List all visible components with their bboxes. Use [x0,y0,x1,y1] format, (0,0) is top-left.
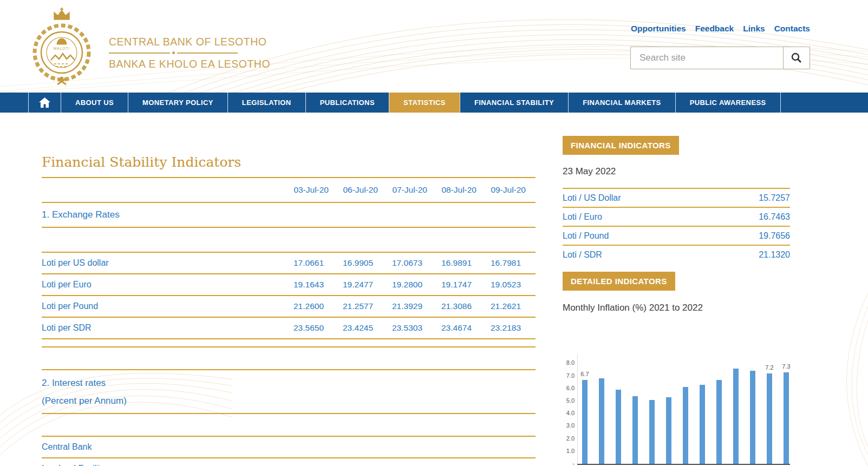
cell-value: 23.4245 [338,323,388,333]
chart-y-tick: 5.0 [563,397,575,404]
indicators-table: Loti / US Dollar15.7257Loti / Euro16.746… [563,188,790,264]
cell-value: 19.2800 [388,280,437,290]
inflation-bar [784,372,789,464]
inflation-bar [582,380,588,464]
inflation-bar [733,369,739,464]
fsi-table: 03-Jul-2006-Jul-2007-Jul-2008-Jul-2009-J… [42,177,536,466]
nav-item-legislation[interactable]: LEGISLATION [227,93,305,113]
financial-indicators-heading: FINANCIAL INDICATORS [563,136,679,155]
nav-item-financial-stability[interactable]: FINANCIAL STABILITY [460,93,568,113]
indicator-label: Loti / US Dollar [563,193,621,203]
table-row: Lombard Facility7.477.477.477.477.47 [42,457,536,466]
central-bank-logo: MALOTI [28,6,96,89]
cell-value: 21.3929 [388,301,437,311]
inflation-bar [599,378,604,464]
topbar-link-opportunities[interactable]: Opportunities [631,24,686,34]
table-row [42,346,536,369]
date-column-header: 06-Jul-20 [338,185,388,195]
inflation-chart: 8.07.06.05.04.03.02.01.0-6.77.27.3 [563,342,790,466]
nav-item-publications[interactable]: PUBLICATIONS [305,93,389,113]
row-label: Loti per Pound [42,301,289,311]
table-row [42,227,536,252]
home-icon [39,97,50,108]
bank-crest-icon: MALOTI [28,6,96,87]
cell-value: 7.47 [338,464,388,466]
cell-value: 16.9905 [338,258,388,268]
search-button[interactable] [783,47,810,69]
table-row: Central Bank [42,436,536,457]
cell-value: 19.1747 [437,280,486,290]
chart-y-tick: 1.0 [563,448,575,454]
chart-y-tick: 8.0 [563,359,575,366]
row-label: Central Bank [42,442,536,452]
table-row [42,338,536,346]
row-label: 2. Interest rates(Percent per Annum) [42,374,536,410]
cell-value: 17.0661 [289,258,338,268]
cell-value: 19.1643 [289,280,338,290]
nav-item-financial-markets[interactable]: FINANCIAL MARKETS [568,93,675,113]
indicator-row: Loti / US Dollar15.7257 [563,188,790,207]
inflation-bar [716,380,722,464]
bar-data-label: 6.7 [578,371,592,377]
row-label: Lombard Facility [42,464,289,466]
topbar-link-feedback[interactable]: Feedback [695,24,734,34]
cell-value: 19.0523 [486,280,536,290]
page: MALOTI CENTRAL BANK OF LESOTHO BANKA E K… [0,0,868,466]
inflation-bar [616,390,621,464]
cell-value: 21.3086 [437,301,486,311]
cell-value: 7.47 [437,464,486,466]
cell-value: 7.47 [289,464,338,466]
table-row: Loti per SDR23.565023.424523.530323.4674… [42,317,536,338]
decorative-waves-bottom-right [808,293,868,466]
nav-item-home[interactable] [28,93,61,113]
page-title: Financial Stability Indicators [42,153,536,172]
indicator-row: Loti / Euro16.7463 [563,207,790,226]
topbar-link-links[interactable]: Links [743,24,765,34]
nav-item-public-awareness[interactable]: PUBLIC AWARENESS [675,93,780,113]
search-box [630,47,810,69]
cell-value: 16.7981 [486,258,536,268]
indicator-value: 15.7257 [759,193,790,203]
nav-item-monetary-policy[interactable]: MONETARY POLICY [128,93,227,113]
topbar-links: OpportunitiesFeedbackLinksContacts [631,24,810,34]
search-input[interactable] [631,47,783,69]
table-row: 03-Jul-2006-Jul-2007-Jul-2008-Jul-2009-J… [42,177,536,202]
row-label: Loti per SDR [42,323,289,333]
indicator-label: Loti / Pound [563,231,609,241]
date-column-header: 03-Jul-20 [289,185,338,195]
wordmark-divider [109,51,238,54]
table-row: Loti per Pound21.260021.257721.392921.30… [42,295,536,317]
inflation-bar [632,396,638,464]
indicator-value: 19.7656 [759,231,790,241]
main-content: Financial Stability Indicators 03-Jul-20… [42,153,536,466]
chart-x-axis [577,464,790,465]
cell-value: 7.47 [486,464,536,466]
bar-data-label: 7.2 [762,364,776,371]
indicator-row: Loti / Pound19.7656 [563,226,790,245]
table-row [42,413,536,436]
cell-value: 23.5303 [388,323,437,333]
chart-y-tick: 7.0 [563,372,575,379]
topbar-link-contacts[interactable]: Contacts [774,24,810,34]
chart-y-tick: - [563,460,575,466]
cell-value: 16.9891 [437,258,486,268]
cell-value: 21.2600 [289,301,338,311]
table-row: Loti per US dollar17.066116.990517.06731… [42,252,536,273]
cell-value: 23.4674 [437,323,486,333]
inflation-bar [700,385,705,464]
chart-y-tick: 4.0 [563,410,575,416]
cell-value: 21.2621 [486,301,536,311]
indicator-value: 16.7463 [759,212,790,222]
inflation-bar [683,387,688,464]
row-label: Loti per Euro [42,280,289,290]
inflation-bar [750,371,755,464]
indicator-label: Loti / Euro [563,212,602,222]
chart-title: Monthly Inflation (%) 2021 to 2022 [563,303,790,313]
cell-value: 17.0673 [388,258,437,268]
nav-item-statistics[interactable]: STATISTICS [389,93,460,113]
chart-y-tick: 2.0 [563,435,575,442]
nav-item-about-us[interactable]: ABOUT US [61,93,128,113]
inflation-bar [767,373,772,464]
search-icon [791,52,802,64]
chart-y-tick: 6.0 [563,385,575,391]
